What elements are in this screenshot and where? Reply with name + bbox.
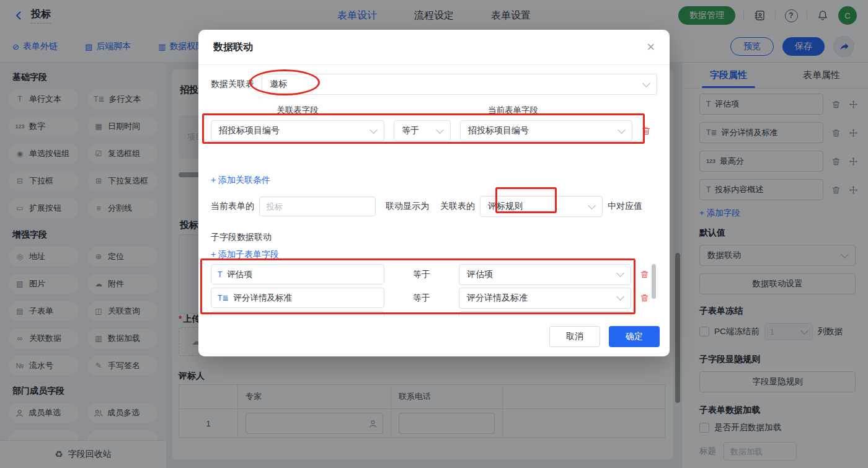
screen: 投标 表单设计 流程设定 表单设置 数据管理 ? C ⊘ 表单外链 (0, 0, 868, 468)
chevron-down-icon (436, 126, 444, 134)
subfield-source[interactable] (211, 311, 384, 317)
subfield-rows: T评估项 等于 评估项 T≣评分详情及标准 等于 评分详情及标准 (211, 264, 657, 317)
subfield-target-select[interactable]: 评估项 (459, 264, 631, 285)
delete-subfield-icon[interactable] (640, 293, 649, 302)
delete-condition-icon[interactable] (641, 126, 651, 136)
right-column-header: 当前表单字段 (394, 105, 632, 116)
subfield-target-select[interactable]: 评分详情及标准 (459, 288, 631, 309)
textarea-field-icon: T≣ (218, 294, 228, 302)
condition-left-select[interactable]: 招投标项目编号 (211, 120, 384, 141)
operator-label: 等于 (384, 269, 459, 280)
display-as-label: 联动显示为 (386, 201, 429, 212)
related-table-label: 关联表的 (440, 201, 475, 212)
add-subfield-link[interactable]: + 添加子表单字段 (211, 249, 657, 260)
modal-title: 数据联动 (213, 41, 253, 54)
subfield-target-select[interactable] (459, 311, 631, 317)
chevron-down-icon (370, 126, 378, 134)
data-linkage-modal: 数据联动 × 数据关联表 邀标 关联表字段 当前表单字段 招投标项目编号 等于 … (198, 30, 670, 356)
add-condition-link[interactable]: + 添加关联条件 (211, 175, 657, 186)
condition-operator-select[interactable]: 等于 (394, 120, 451, 141)
condition-right-select[interactable]: 招投标项目编号 (460, 120, 632, 141)
relation-table-label: 数据关联表 (211, 79, 254, 90)
operator-label: 等于 (384, 293, 459, 304)
cancel-button[interactable]: 取消 (549, 326, 600, 347)
close-icon[interactable]: × (647, 40, 655, 54)
condition-row: 招投标项目编号 等于 招投标项目编号 (211, 120, 657, 142)
chevron-down-icon (616, 269, 624, 277)
subfield-row: T≣评分详情及标准 等于 评分详情及标准 (211, 288, 657, 308)
subfield-source[interactable]: T≣评分详情及标准 (211, 288, 384, 308)
subfield-linkage-title: 子字段数据联动 (211, 232, 657, 243)
chevron-down-icon (618, 126, 626, 134)
subfield-source[interactable]: T评估项 (211, 264, 384, 285)
confirm-button[interactable]: 确定 (609, 326, 660, 347)
suffix-label: 中对应值 (608, 201, 642, 212)
subfield-row-partial (211, 311, 657, 317)
modal-scrollbar[interactable] (652, 264, 656, 299)
left-column-header: 关联表字段 (211, 105, 384, 116)
subfield-row: T评估项 等于 评估项 (211, 264, 657, 285)
current-form-label: 当前表单的 (211, 201, 254, 212)
related-field-select[interactable]: 评标规则 (480, 196, 603, 217)
chevron-down-icon (616, 293, 624, 301)
chevron-down-icon (642, 79, 650, 87)
delete-subfield-icon[interactable] (640, 270, 649, 279)
current-field-input[interactable] (259, 196, 376, 216)
chevron-down-icon (588, 201, 596, 210)
relation-table-select[interactable]: 邀标 (262, 74, 657, 95)
text-field-icon: T (218, 270, 222, 279)
